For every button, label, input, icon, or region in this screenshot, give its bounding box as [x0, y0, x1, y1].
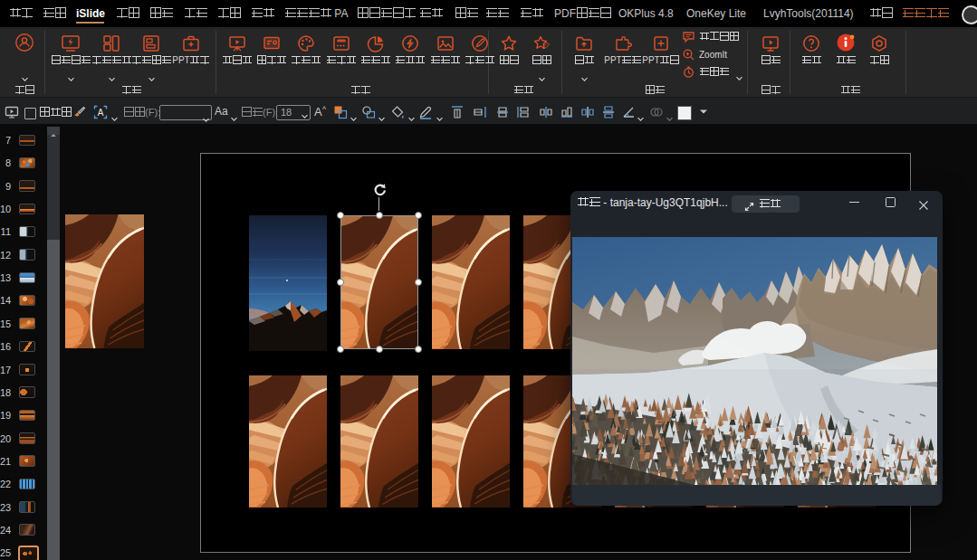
svg-text:A: A [98, 108, 104, 118]
